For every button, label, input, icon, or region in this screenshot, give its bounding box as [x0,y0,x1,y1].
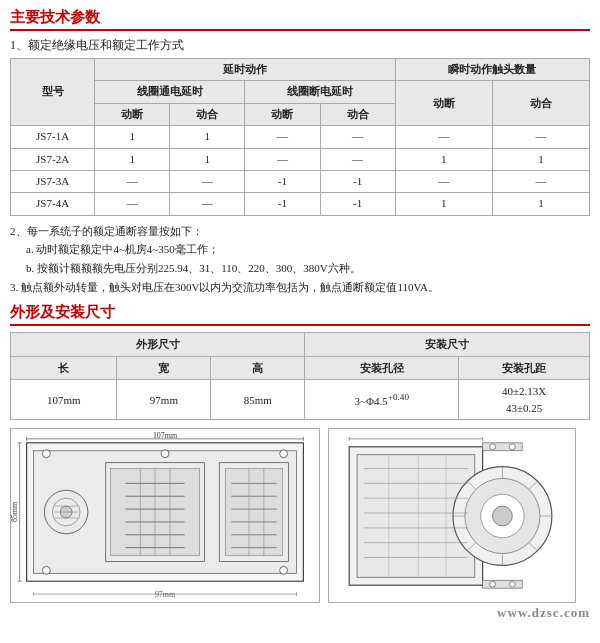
col-delay-on-break: 动断 [95,103,170,125]
col-delay-off-make: 动合 [320,103,395,125]
diagram-left: 107mm 85mm [10,428,320,603]
col-delay-off-break: 动断 [245,103,320,125]
svg-point-40 [280,450,288,458]
table-row: JS7-1A11———— [11,126,590,148]
svg-point-39 [161,450,169,458]
diagram-left-svg: 107mm 85mm [11,429,319,602]
col-instant-make: 动合 [492,81,589,126]
page-wrapper: 主要技术参数 1、额定绝缘电压和额定工作方式 型号 延时动作 瞬时动作触头数量 … [0,0,600,627]
col-instant-break: 动断 [395,81,492,126]
table-row: JS7-3A——-1-1—— [11,170,590,192]
svg-point-67 [509,582,515,588]
diagram-area: 107mm 85mm [10,428,590,603]
section-title-dims: 外形及安装尺寸 [10,303,590,326]
svg-point-38 [42,450,50,458]
dim-hole-dist-header: 安装孔距 [459,356,590,380]
svg-point-42 [280,567,288,575]
svg-point-53 [493,507,513,527]
dim-height-header: 高 [211,356,305,380]
col-type: 型号 [11,59,95,126]
dim-table: 外形尺寸 安装尺寸 长 宽 高 安装孔径 安装孔距 107mm 97mm 85m… [10,332,590,420]
svg-point-64 [509,444,515,450]
param-note0: 1、额定绝缘电压和额定工作方式 [10,37,590,54]
section-title-params: 主要技术参数 [10,8,590,31]
col-delay-action: 延时动作 [95,59,396,81]
svg-rect-62 [483,443,523,451]
col-coil-off: 线圈断电延时 [245,81,395,103]
svg-rect-29 [225,469,282,556]
install-size-header: 安装尺寸 [305,333,590,357]
col-instant-action: 瞬时动作触头数量 [395,59,589,81]
col-delay-on-make: 动合 [170,103,245,125]
dim-length-header: 长 [11,356,117,380]
watermark-container: www.dzsc.com [10,605,590,621]
svg-text:85mm: 85mm [11,502,19,523]
svg-point-63 [490,444,496,450]
col-coil-on: 线圈通电延时 [95,81,245,103]
diagram-right-svg [329,429,575,602]
svg-rect-65 [483,581,523,589]
param-table: 型号 延时动作 瞬时动作触头数量 线圈通电延时 线圈断电延时 动断 动合 动断 … [10,58,590,216]
table-row: JS7-4A——-1-111 [11,193,590,215]
svg-text:97mm: 97mm [155,591,176,600]
dim-row: 107mm 97mm 85mm 3~Φ4.5+0.40 40±2.13X43±0… [11,380,590,420]
svg-text:107mm: 107mm [153,431,178,440]
dim-width-header: 宽 [117,356,211,380]
diagram-right [328,428,576,603]
notes-block: 2、每一系统子的额定通断容量按如下： a. 动时额定额定中4~机房4~350毫工… [10,222,590,297]
svg-point-66 [490,582,496,588]
table-row: JS7-2A11——11 [11,148,590,170]
svg-point-41 [42,567,50,575]
outer-size-header: 外形尺寸 [11,333,305,357]
dim-hole-diam-header: 安装孔径 [305,356,459,380]
watermark: www.dzsc.com [497,605,590,620]
